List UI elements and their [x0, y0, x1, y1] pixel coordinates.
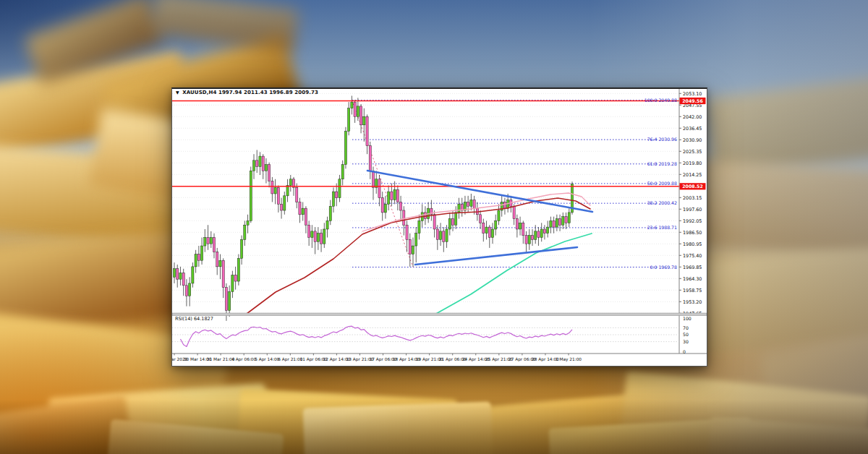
rsi-indicator-label: RSI(14) 64.1827 [175, 316, 213, 322]
fibonacci-retracement[interactable] [352, 100, 658, 267]
banner-image: ▼ XAUUSD,H4 1997.94 2011.43 1996.89 2009… [0, 0, 868, 454]
rsi-panel[interactable]: 1007050300 [172, 316, 692, 355]
ma-fast-teal [435, 234, 592, 314]
svg-text:2049.56: 2049.56 [682, 98, 703, 103]
panel-separator[interactable] [172, 313, 707, 316]
svg-text:30: 30 [683, 339, 689, 344]
svg-text:1958.75: 1958.75 [683, 288, 702, 294]
svg-text:2019.80: 2019.80 [683, 160, 702, 166]
svg-text:1986.50: 1986.50 [683, 230, 702, 236]
candlestick-chart[interactable]: 2053.102047.552042.002036.452030.902025.… [172, 89, 707, 366]
fib-label-76.4: 76.4 2030.96 [647, 137, 677, 142]
fib-label-0.0: 0.0 1969.78 [650, 265, 677, 270]
price-axis[interactable]: 2053.102047.552042.002036.452030.902025.… [644, 89, 707, 366]
svg-text:1992.05: 1992.05 [683, 218, 702, 224]
trendline-lower-support[interactable] [415, 247, 577, 265]
svg-text:1953.20: 1953.20 [683, 299, 702, 305]
svg-text:2025.35: 2025.35 [683, 149, 702, 155]
price-tag-2008.52: 2008.52 [680, 183, 706, 189]
svg-text:2008.52: 2008.52 [682, 184, 703, 189]
symbol-ohlc-text: XAUUSD,H4 1997.94 2011.43 1996.89 2009.7… [182, 90, 318, 95]
chart-window[interactable]: ▼ XAUUSD,H4 1997.94 2011.43 1996.89 2009… [171, 87, 707, 367]
svg-text:4 Apr 06:00: 4 Apr 06:00 [231, 357, 256, 362]
svg-text:1 May 21:00: 1 May 21:00 [556, 357, 582, 362]
svg-text:50: 50 [683, 332, 689, 337]
svg-text:1997.60: 1997.60 [683, 207, 702, 213]
fib-label-38.2: 38.2 2000.42 [647, 200, 677, 205]
svg-text:5 Apr 14:00: 5 Apr 14:00 [255, 357, 279, 362]
fib-label-100.0: 100.0 2049.88 [644, 98, 677, 103]
svg-text:100: 100 [683, 316, 692, 321]
symbol-dropdown-icon[interactable]: ▼ [176, 90, 179, 95]
svg-text:2042.00: 2042.00 [683, 114, 702, 120]
fib-label-50.0: 50.0 2009.88 [647, 181, 677, 186]
svg-text:1980.95: 1980.95 [683, 241, 702, 247]
svg-text:2014.25: 2014.25 [683, 172, 702, 178]
svg-text:31 Mar 21:00: 31 Mar 21:00 [207, 357, 235, 361]
time-axis[interactable]: 29 Mar 202330 Mar 14:0031 Mar 21:004 Apr… [172, 354, 707, 362]
rsi-line [180, 326, 572, 346]
svg-text:2053.10: 2053.10 [683, 91, 702, 97]
svg-text:70: 70 [683, 325, 689, 330]
svg-text:2036.45: 2036.45 [683, 126, 702, 132]
price-tag-2049.56: 2049.56 [680, 98, 706, 104]
candles-group [173, 95, 573, 320]
svg-text:1969.85: 1969.85 [683, 265, 702, 270]
svg-text:1975.40: 1975.40 [683, 253, 702, 259]
fib-label-61.8: 61.8 2019.28 [647, 161, 677, 166]
svg-text:1964.30: 1964.30 [683, 276, 702, 282]
fib-label-23.6: 23.6 1988.71 [647, 225, 677, 230]
svg-text:2003.15: 2003.15 [683, 195, 702, 201]
svg-text:2030.90: 2030.90 [683, 137, 702, 143]
chart-title: ▼ XAUUSD,H4 1997.94 2011.43 1996.89 2009… [176, 90, 318, 95]
